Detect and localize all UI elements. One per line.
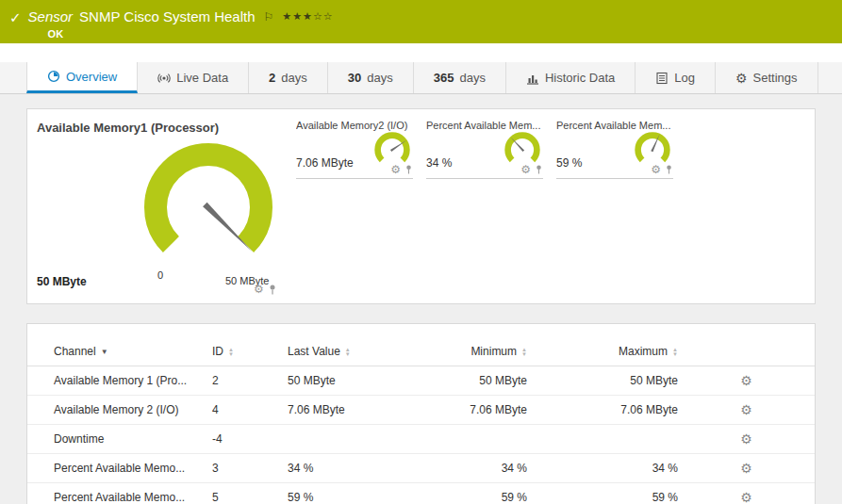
maximum-cell: 50 MByte (527, 366, 678, 396)
priority-stars[interactable]: ★★★☆☆ (282, 10, 333, 23)
channels-panel: Channel▼ ID▲▼ Last Value▲▼ Minimum▲▼ Max… (26, 323, 816, 504)
tab-label: Overview (66, 70, 117, 84)
maximum-cell: 34 % (527, 454, 678, 483)
small-gauge-block: Percent Available Mem... 59 % ⚙ (556, 117, 673, 179)
small-gauge-value: 59 % (556, 156, 582, 170)
maximum-cell: 59 % (527, 483, 678, 504)
main-gauge (133, 132, 284, 283)
tab-label: days (367, 71, 392, 85)
column-header-minimum[interactable]: Minimum▲▼ (386, 324, 527, 366)
minimum-cell: 34 % (386, 454, 527, 483)
gauge-gear-icon[interactable]: ⚙ (520, 164, 531, 175)
sort-icon: ▲▼ (672, 348, 678, 357)
sensor-titles: Sensor SNMP Cisco System Health ⚐ ★★★☆☆ … (28, 8, 334, 40)
sort-desc-icon: ▼ (101, 348, 108, 356)
last-value-cell: 50 MByte (272, 366, 386, 396)
small-gauges-row: Available Memory2 (I/O) 7.06 MByte ⚙ Per… (296, 117, 673, 179)
tab-historic-data[interactable]: Historic Data (506, 62, 636, 93)
live-data-icon (157, 72, 171, 85)
id-cell: 5 (197, 483, 272, 504)
column-header-id[interactable]: ID▲▼ (197, 324, 272, 366)
table-header-row: Channel▼ ID▲▼ Last Value▲▼ Minimum▲▼ Max… (27, 324, 815, 366)
column-label: Channel (54, 345, 96, 358)
table-row[interactable]: Downtime -4 ⚙ (27, 425, 815, 454)
header-gap (0, 43, 842, 62)
channel-settings-icon[interactable]: ⚙ (740, 490, 752, 504)
tab-365-days[interactable]: 365 days (414, 62, 506, 93)
table-row[interactable]: Available Memory 1 (Pro... 2 50 MByte 50… (27, 366, 815, 396)
minimum-cell (386, 425, 527, 454)
channel-cell: Available Memory 2 (I/O) (27, 396, 197, 425)
id-cell: 4 (197, 396, 272, 425)
sensor-tabbar: Overview Live Data 2 days 30 days 365 da… (0, 62, 842, 94)
tab-label: Historic Data (545, 71, 615, 85)
gauge-gear-icon[interactable]: ⚙ (390, 164, 401, 175)
gauge-gear-icon[interactable]: ⚙ (254, 284, 264, 295)
column-label: ID (212, 345, 223, 358)
column-label: Maximum (619, 345, 668, 358)
channel-cell: Percent Available Memo... (27, 454, 197, 483)
channel-cell: Percent Available Memo... (27, 483, 197, 504)
minimum-cell: 7.06 MByte (386, 396, 527, 425)
last-value-cell: 34 % (272, 454, 386, 483)
table-row[interactable]: Available Memory 2 (I/O) 4 7.06 MByte 7.… (27, 396, 815, 425)
maximum-cell: 7.06 MByte (527, 396, 678, 425)
gauge-gear-icon[interactable]: ⚙ (651, 164, 661, 175)
sensor-header: ✓ Sensor SNMP Cisco System Health ⚐ ★★★☆… (0, 0, 842, 43)
maximum-cell (527, 425, 678, 454)
sensor-title: SNMP Cisco System Health (79, 8, 255, 24)
channel-settings-icon[interactable]: ⚙ (740, 461, 752, 476)
pin-icon[interactable] (535, 164, 543, 175)
channel-cell: Available Memory 1 (Pro... (27, 366, 197, 396)
column-label: Last Value (288, 345, 340, 358)
last-value-cell (272, 425, 386, 454)
column-header-maximum[interactable]: Maximum▲▼ (527, 324, 678, 366)
status-check-icon: ✓ (9, 9, 22, 26)
tab-overview[interactable]: Overview (26, 62, 138, 93)
channel-cell: Downtime (27, 425, 197, 454)
last-value-cell: 7.06 MByte (272, 396, 386, 425)
small-gauge-block: Percent Available Mem... 34 % ⚙ (426, 117, 543, 179)
tab-label: Log (674, 71, 695, 85)
sort-icon: ▲▼ (345, 348, 351, 357)
sort-icon: ▲▼ (521, 348, 527, 357)
pin-icon[interactable] (404, 164, 413, 175)
pin-icon[interactable] (268, 284, 277, 296)
historic-data-icon (526, 72, 539, 85)
tab-2-days[interactable]: 2 days (249, 62, 328, 93)
table-row[interactable]: Percent Available Memo... 5 59 % 59 % 59… (27, 483, 815, 504)
tab-label: days (459, 71, 485, 85)
small-gauge-value: 7.06 MByte (296, 156, 354, 170)
tab-label: Settings (753, 71, 798, 85)
minimum-cell: 59 % (386, 483, 527, 504)
tab-number: 365 (434, 71, 454, 85)
column-header-last-value[interactable]: Last Value▲▼ (272, 324, 386, 366)
sensor-overview-content: Available Memory1 (Processor) 50 MByte 0… (0, 94, 842, 504)
tab-log[interactable]: Log (636, 62, 716, 93)
id-cell: -4 (197, 425, 272, 454)
small-gauge-value: 34 % (426, 156, 452, 170)
pin-icon[interactable] (665, 164, 673, 175)
log-icon (655, 72, 669, 85)
column-header-actions (678, 324, 815, 366)
tab-number: 30 (348, 71, 361, 85)
sort-icon: ▲▼ (228, 348, 234, 357)
small-gauge-block: Available Memory2 (I/O) 7.06 MByte ⚙ (296, 117, 413, 179)
object-type-label: Sensor (28, 8, 74, 24)
tab-live-data[interactable]: Live Data (138, 62, 249, 93)
tab-settings[interactable]: ⚙ Settings (716, 62, 818, 93)
tab-number: 2 (269, 71, 275, 85)
main-gauge-value: 50 MByte (37, 275, 87, 288)
id-cell: 2 (197, 366, 272, 396)
channel-settings-icon[interactable]: ⚙ (740, 373, 752, 388)
gauges-panel: Available Memory1 (Processor) 50 MByte 0… (26, 108, 816, 304)
channel-settings-icon[interactable]: ⚙ (740, 431, 752, 447)
tab-30-days[interactable]: 30 days (328, 62, 414, 93)
flag-icon[interactable]: ⚐ (264, 10, 274, 24)
column-header-channel[interactable]: Channel▼ (27, 324, 197, 366)
id-cell: 3 (197, 454, 272, 483)
last-value-cell: 59 % (272, 483, 386, 504)
table-row[interactable]: Percent Available Memo... 3 34 % 34 % 34… (27, 454, 815, 483)
overview-icon (47, 70, 60, 83)
channel-settings-icon[interactable]: ⚙ (740, 402, 752, 417)
